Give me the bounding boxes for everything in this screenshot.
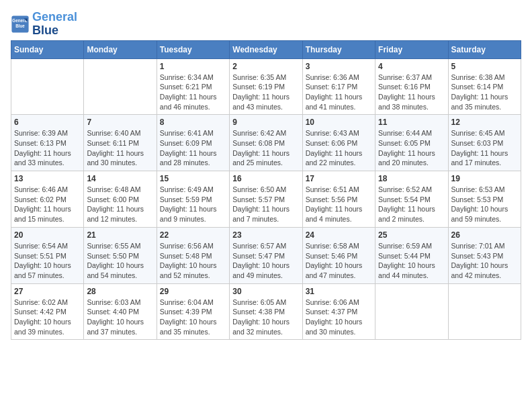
day-number: 12 — [451, 118, 518, 127]
logo: General Blue GeneralBlue — [11, 11, 77, 38]
calendar-cell: 1Sunrise: 6:34 AM Sunset: 6:21 PM Daylig… — [157, 58, 229, 115]
calendar-cell: 10Sunrise: 6:43 AM Sunset: 6:06 PM Dayli… — [302, 115, 375, 171]
calendar-week-row: 27Sunrise: 6:02 AM Sunset: 4:42 PM Dayli… — [11, 283, 521, 340]
calendar-cell: 2Sunrise: 6:35 AM Sunset: 6:19 PM Daylig… — [230, 58, 302, 115]
day-number: 11 — [378, 118, 445, 127]
calendar-cell: 15Sunrise: 6:49 AM Sunset: 5:59 PM Dayli… — [157, 171, 229, 228]
svg-text:Blue: Blue — [15, 24, 25, 28]
day-detail: Sunrise: 6:48 AM Sunset: 6:00 PM Dayligh… — [87, 185, 153, 224]
calendar-cell: 31Sunrise: 6:06 AM Sunset: 4:37 PM Dayli… — [302, 283, 375, 340]
day-number: 23 — [232, 230, 299, 240]
page-header: General Blue GeneralBlue — [11, 11, 521, 38]
day-detail: Sunrise: 6:35 AM Sunset: 6:19 PM Dayligh… — [232, 73, 299, 112]
calendar-body: 1Sunrise: 6:34 AM Sunset: 6:21 PM Daylig… — [11, 58, 521, 340]
day-detail: Sunrise: 6:04 AM Sunset: 4:39 PM Dayligh… — [160, 298, 226, 337]
day-number: 27 — [14, 287, 81, 296]
weekday-header: Monday — [84, 40, 157, 58]
weekday-header: Friday — [375, 40, 448, 58]
day-number: 15 — [160, 174, 226, 183]
calendar-cell: 25Sunrise: 6:59 AM Sunset: 5:44 PM Dayli… — [375, 227, 448, 283]
day-number: 24 — [306, 230, 372, 240]
day-number: 6 — [14, 118, 81, 127]
day-detail: Sunrise: 6:57 AM Sunset: 5:47 PM Dayligh… — [232, 241, 299, 281]
day-number: 19 — [451, 174, 518, 183]
day-number: 4 — [378, 62, 445, 71]
calendar-header-row: SundayMondayTuesdayWednesdayThursdayFrid… — [11, 40, 521, 58]
day-detail: Sunrise: 6:56 AM Sunset: 5:48 PM Dayligh… — [160, 241, 226, 281]
calendar-cell: 7Sunrise: 6:40 AM Sunset: 6:11 PM Daylig… — [84, 115, 157, 171]
calendar-cell: 26Sunrise: 7:01 AM Sunset: 5:43 PM Dayli… — [448, 227, 521, 283]
day-detail: Sunrise: 6:37 AM Sunset: 6:16 PM Dayligh… — [378, 73, 445, 112]
calendar-cell: 23Sunrise: 6:57 AM Sunset: 5:47 PM Dayli… — [230, 227, 302, 283]
day-number: 2 — [232, 62, 299, 71]
day-number: 26 — [451, 230, 518, 240]
calendar-cell: 8Sunrise: 6:41 AM Sunset: 6:09 PM Daylig… — [157, 115, 229, 171]
day-detail: Sunrise: 6:59 AM Sunset: 5:44 PM Dayligh… — [378, 241, 445, 281]
day-number: 1 — [160, 62, 226, 71]
day-number: 14 — [87, 174, 153, 183]
logo-text: GeneralBlue — [32, 11, 77, 38]
calendar-cell: 29Sunrise: 6:04 AM Sunset: 4:39 PM Dayli… — [157, 283, 229, 340]
day-number: 10 — [306, 118, 372, 127]
calendar-cell: 4Sunrise: 6:37 AM Sunset: 6:16 PM Daylig… — [375, 58, 448, 115]
day-detail: Sunrise: 6:42 AM Sunset: 6:08 PM Dayligh… — [232, 128, 299, 168]
day-number: 28 — [87, 287, 153, 296]
day-detail: Sunrise: 6:50 AM Sunset: 5:57 PM Dayligh… — [232, 185, 299, 224]
day-detail: Sunrise: 6:36 AM Sunset: 6:17 PM Dayligh… — [306, 73, 372, 112]
day-detail: Sunrise: 6:49 AM Sunset: 5:59 PM Dayligh… — [160, 185, 226, 224]
day-number: 30 — [232, 287, 299, 296]
day-number: 5 — [451, 62, 518, 71]
calendar-cell — [11, 58, 84, 115]
day-number: 21 — [87, 230, 153, 240]
day-detail: Sunrise: 6:52 AM Sunset: 5:54 PM Dayligh… — [378, 185, 445, 224]
calendar-cell: 22Sunrise: 6:56 AM Sunset: 5:48 PM Dayli… — [157, 227, 229, 283]
calendar-cell: 5Sunrise: 6:38 AM Sunset: 6:14 PM Daylig… — [448, 58, 521, 115]
day-number: 20 — [14, 230, 81, 240]
day-detail: Sunrise: 6:03 AM Sunset: 4:40 PM Dayligh… — [87, 298, 153, 337]
calendar-cell: 30Sunrise: 6:05 AM Sunset: 4:38 PM Dayli… — [230, 283, 302, 340]
day-detail: Sunrise: 6:05 AM Sunset: 4:38 PM Dayligh… — [232, 298, 299, 337]
day-number: 3 — [306, 62, 372, 71]
calendar-week-row: 13Sunrise: 6:46 AM Sunset: 6:02 PM Dayli… — [11, 171, 521, 228]
calendar-cell: 18Sunrise: 6:52 AM Sunset: 5:54 PM Dayli… — [375, 171, 448, 228]
day-number: 9 — [232, 118, 299, 127]
day-number: 25 — [378, 230, 445, 240]
day-number: 17 — [306, 174, 372, 183]
calendar-week-row: 6Sunrise: 6:39 AM Sunset: 6:13 PM Daylig… — [11, 115, 521, 171]
day-number: 22 — [160, 230, 226, 240]
calendar-week-row: 20Sunrise: 6:54 AM Sunset: 5:51 PM Dayli… — [11, 227, 521, 283]
day-detail: Sunrise: 6:45 AM Sunset: 6:03 PM Dayligh… — [451, 128, 518, 168]
calendar-cell — [448, 283, 521, 340]
day-number: 7 — [87, 118, 153, 127]
day-detail: Sunrise: 6:41 AM Sunset: 6:09 PM Dayligh… — [160, 128, 226, 168]
calendar-cell: 3Sunrise: 6:36 AM Sunset: 6:17 PM Daylig… — [302, 58, 375, 115]
day-detail: Sunrise: 6:51 AM Sunset: 5:56 PM Dayligh… — [306, 185, 372, 224]
calendar-cell: 9Sunrise: 6:42 AM Sunset: 6:08 PM Daylig… — [230, 115, 302, 171]
calendar-cell: 6Sunrise: 6:39 AM Sunset: 6:13 PM Daylig… — [11, 115, 84, 171]
calendar-cell: 24Sunrise: 6:58 AM Sunset: 5:46 PM Dayli… — [302, 227, 375, 283]
calendar-cell: 14Sunrise: 6:48 AM Sunset: 6:00 PM Dayli… — [84, 171, 157, 228]
logo-icon: General Blue — [11, 15, 30, 34]
day-detail: Sunrise: 6:43 AM Sunset: 6:06 PM Dayligh… — [306, 128, 372, 168]
day-number: 18 — [378, 174, 445, 183]
calendar-cell: 21Sunrise: 6:55 AM Sunset: 5:50 PM Dayli… — [84, 227, 157, 283]
calendar-cell: 17Sunrise: 6:51 AM Sunset: 5:56 PM Dayli… — [302, 171, 375, 228]
calendar-cell: 11Sunrise: 6:44 AM Sunset: 6:05 PM Dayli… — [375, 115, 448, 171]
calendar-cell: 19Sunrise: 6:53 AM Sunset: 5:53 PM Dayli… — [448, 171, 521, 228]
day-detail: Sunrise: 6:44 AM Sunset: 6:05 PM Dayligh… — [378, 128, 445, 168]
day-number: 8 — [160, 118, 226, 127]
calendar-cell: 13Sunrise: 6:46 AM Sunset: 6:02 PM Dayli… — [11, 171, 84, 228]
calendar-table: SundayMondayTuesdayWednesdayThursdayFrid… — [11, 40, 521, 340]
day-number: 31 — [306, 287, 372, 296]
calendar-cell: 28Sunrise: 6:03 AM Sunset: 4:40 PM Dayli… — [84, 283, 157, 340]
weekday-header: Tuesday — [157, 40, 229, 58]
weekday-header: Wednesday — [230, 40, 302, 58]
calendar-cell: 27Sunrise: 6:02 AM Sunset: 4:42 PM Dayli… — [11, 283, 84, 340]
calendar-cell: 12Sunrise: 6:45 AM Sunset: 6:03 PM Dayli… — [448, 115, 521, 171]
day-number: 16 — [232, 174, 299, 183]
day-detail: Sunrise: 6:58 AM Sunset: 5:46 PM Dayligh… — [306, 241, 372, 281]
day-number: 29 — [160, 287, 226, 296]
calendar-week-row: 1Sunrise: 6:34 AM Sunset: 6:21 PM Daylig… — [11, 58, 521, 115]
calendar-cell: 16Sunrise: 6:50 AM Sunset: 5:57 PM Dayli… — [230, 171, 302, 228]
weekday-header: Thursday — [302, 40, 375, 58]
